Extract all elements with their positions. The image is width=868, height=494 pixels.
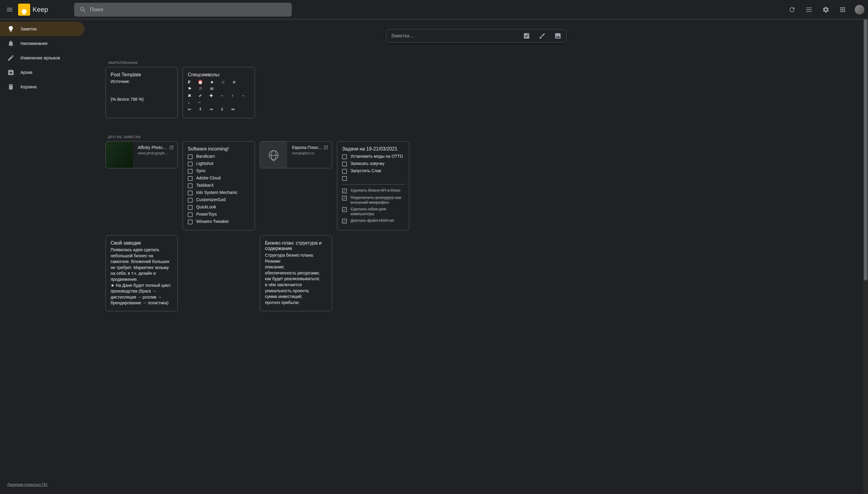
note-title: Спецсимволы: xyxy=(188,72,250,77)
sidebar-item-trash[interactable]: Корзина xyxy=(0,80,84,94)
checklist-text: Достать файл HDR.txt xyxy=(351,218,394,223)
search-button[interactable] xyxy=(76,3,90,17)
checklist-item[interactable]: Установить моды на OTTD xyxy=(342,153,404,160)
sidebar-item-archive[interactable]: Архив xyxy=(0,65,84,80)
note-title: Свой заводик xyxy=(111,240,173,246)
note-body: Структура бизнес-плана: Резюме: описание… xyxy=(265,252,327,305)
checklist-text: Bandicam xyxy=(196,154,215,159)
refresh-button[interactable] xyxy=(785,2,799,17)
checklist-text: Adobe Cloud xyxy=(196,175,221,180)
new-note-input[interactable]: Заметка… xyxy=(386,29,567,43)
list-view-button[interactable] xyxy=(802,2,816,17)
content-area: Заметка… ЗАКРЕПЛЕННЫЕ Post Template Исто… xyxy=(84,19,868,494)
bell-icon xyxy=(7,40,15,47)
checklist-text: CustomizerGod xyxy=(196,197,225,202)
checkbox[interactable] xyxy=(188,169,193,174)
checklist-item[interactable]: Подключить рекордер как внешний микрофон xyxy=(342,194,404,206)
link-card-affinity[interactable]: Affinity Photo… www.photograph… xyxy=(105,141,178,168)
new-image-note-button[interactable] xyxy=(554,32,561,39)
open-link-button[interactable] xyxy=(322,144,330,151)
checkbox-checked[interactable] xyxy=(342,207,347,212)
note-card-symbols[interactable]: Спецсимволы: ₽ ⏰ ★ ☆ ✯ ⚑ ⚐ ✉ ✖ ✔ ✚ ← ↑ →… xyxy=(183,67,255,118)
checkbox[interactable] xyxy=(188,205,193,210)
link-info: Affinity Photo… www.photograph… xyxy=(133,141,173,168)
checklist-item[interactable]: PowerToys xyxy=(188,211,250,218)
checklist-item[interactable]: CustomizerGod xyxy=(188,196,250,204)
checkbox-icon xyxy=(523,32,530,39)
checkbox[interactable] xyxy=(188,212,193,217)
link-card-europa[interactable]: Европа Плюс… europaplus.ru xyxy=(260,141,332,168)
note-body: Источник: {% device 788 %} xyxy=(111,79,173,102)
list-view-icon xyxy=(805,6,812,13)
image-icon xyxy=(554,32,561,39)
scrollbar-thumb[interactable] xyxy=(864,19,867,281)
note-card-biznes[interactable]: Бизнес-план: структура и содержание Стру… xyxy=(260,235,332,311)
open-link-button[interactable] xyxy=(168,144,175,151)
checklist-text: Sync xyxy=(196,168,205,173)
note-title: Бизнес-план: структура и содержание xyxy=(265,240,327,251)
sidebar: Заметки Напоминания Изменение ярлыков Ар… xyxy=(0,19,84,494)
sidebar-item-reminders[interactable]: Напоминания xyxy=(0,36,84,51)
checkbox[interactable] xyxy=(342,162,347,167)
checkbox[interactable] xyxy=(188,183,193,188)
search-input[interactable] xyxy=(90,7,290,12)
app-logo[interactable]: Keep xyxy=(17,4,48,16)
note-card-post-template[interactable]: Post Template Источник: {% device 788 %} xyxy=(105,67,178,118)
new-list-button[interactable] xyxy=(523,32,530,39)
checkbox[interactable] xyxy=(188,198,193,203)
checklist-text: Iolo System Mechanic xyxy=(196,190,237,195)
open-in-new-icon xyxy=(323,145,328,150)
checkbox[interactable] xyxy=(188,154,193,159)
checklist-text: QuickLook xyxy=(196,205,216,209)
checkbox[interactable] xyxy=(342,154,347,159)
sidebar-item-label: Изменение ярлыков xyxy=(20,56,60,60)
checkbox[interactable] xyxy=(342,176,347,181)
note-card-tasks[interactable]: Задачи на 19-21/03/2021 Установить моды … xyxy=(337,141,409,230)
checkbox[interactable] xyxy=(188,162,193,167)
header-right xyxy=(785,2,866,17)
note-card-zavod[interactable]: Свой заводик Появилась идея сделать небо… xyxy=(105,235,178,311)
pencil-icon xyxy=(7,54,15,61)
checklist-item[interactable]: Сделать бланк КП в Docs xyxy=(342,187,404,194)
search-icon xyxy=(79,6,86,13)
checkbox-checked[interactable] xyxy=(342,196,347,201)
checkbox-checked[interactable] xyxy=(342,189,347,193)
checklist-item[interactable]: Sync xyxy=(188,167,250,175)
sidebar-item-label: Напоминания xyxy=(20,41,47,46)
app-name: Keep xyxy=(31,6,48,14)
checklist-item[interactable]: Winaero Tweaker xyxy=(188,218,250,225)
checklist-item[interactable]: Запустить Слак xyxy=(342,167,404,175)
sidebar-item-notes[interactable]: Заметки xyxy=(0,22,84,36)
checklist-text: Установить моды на OTTD xyxy=(351,154,403,159)
checklist-item[interactable]: Bandicam xyxy=(188,153,250,160)
checkbox-checked[interactable] xyxy=(342,218,347,224)
new-note-placeholder: Заметка… xyxy=(391,33,523,39)
settings-button[interactable] xyxy=(818,2,833,17)
checklist-item[interactable]: Lightshot xyxy=(188,160,250,167)
checklist-text: Lightshot xyxy=(196,161,213,166)
main-menu-button[interactable] xyxy=(2,2,17,17)
sidebar-item-edit-labels[interactable]: Изменение ярлыков xyxy=(0,51,84,65)
checklist-item[interactable]: TaskbarX xyxy=(188,182,250,189)
apps-button[interactable] xyxy=(835,2,850,17)
open-source-licenses-link[interactable]: Лицензии открытого ПО xyxy=(0,478,84,494)
sidebar-item-label: Архив xyxy=(20,70,32,75)
checklist-item[interactable]: Adobe Cloud xyxy=(188,175,250,182)
trash-icon xyxy=(7,83,15,91)
new-drawing-button[interactable] xyxy=(538,32,546,39)
checkbox[interactable] xyxy=(342,169,347,174)
note-card-software[interactable]: Software incoming! BandicamLightshotSync… xyxy=(183,141,255,230)
checklist-item[interactable]: Записать озвучку xyxy=(342,160,404,167)
checkbox[interactable] xyxy=(188,191,193,195)
checklist-item[interactable]: QuickLook xyxy=(188,204,250,211)
checklist-item[interactable]: Сделать обои для компьютера xyxy=(342,206,404,217)
checklist-item[interactable] xyxy=(342,175,404,182)
checklist-item[interactable]: Iolo System Mechanic xyxy=(188,189,250,196)
checkbox[interactable] xyxy=(188,220,193,224)
scrollbar[interactable] xyxy=(863,19,868,494)
link-thumbnail xyxy=(260,141,287,168)
user-avatar[interactable] xyxy=(855,5,864,15)
search-bar[interactable] xyxy=(74,3,292,17)
checklist-item[interactable]: Достать файл HDR.txt xyxy=(342,217,404,224)
checkbox[interactable] xyxy=(188,176,193,181)
